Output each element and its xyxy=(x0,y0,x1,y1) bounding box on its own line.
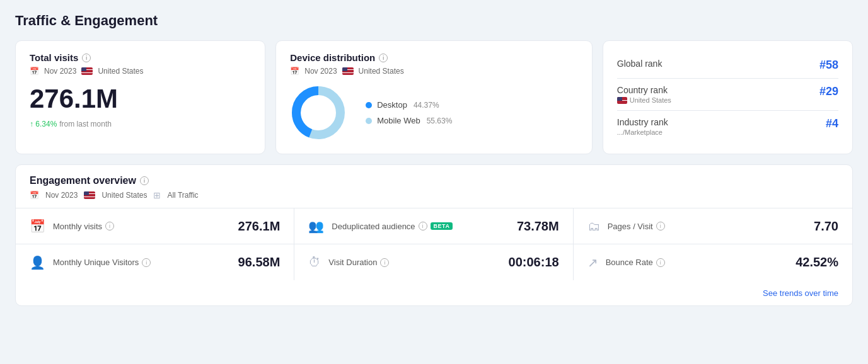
dedup-audience-label-wrap: Deduplicated audience i BETA xyxy=(332,222,509,231)
bounce-rate-label: Bounce Rate xyxy=(606,258,653,267)
pages-visit-label: Pages / Visit xyxy=(608,222,653,231)
monthly-visits-label-wrap: Monthly visits i xyxy=(53,222,231,231)
device-header: Device distribution i xyxy=(290,52,578,63)
engagement-grid: 📅 Monthly visits i 276.1M 👥 Deduplicated… xyxy=(16,208,852,280)
device-legend: Desktop 44.37% Mobile Web 55.63% xyxy=(366,100,452,125)
footer-row: See trends over time xyxy=(16,280,852,305)
pages-visit-label-wrap: Pages / Visit i xyxy=(608,222,806,231)
global-rank-value: #58 xyxy=(819,59,838,72)
visit-duration-label-wrap: Visit Duration i xyxy=(328,258,501,267)
dedup-audience-info-icon[interactable]: i xyxy=(419,222,427,230)
monthly-visits-info-icon[interactable]: i xyxy=(105,222,114,230)
engagement-header: Engagement overview i 📅 Nov 2023 United … xyxy=(16,165,852,208)
industry-rank-label: Industry rank xyxy=(617,117,668,127)
metric-cell-visit-duration: ⏱ Visit Duration i 00:06:18 xyxy=(294,244,573,280)
global-rank-label: Global rank xyxy=(617,59,663,69)
donut-chart xyxy=(290,84,347,141)
bounce-rate-icon: ↗ xyxy=(587,255,598,270)
total-visits-card: Total visits i 📅 Nov 2023 United States … xyxy=(15,40,265,154)
visit-duration-info-icon[interactable]: i xyxy=(380,258,389,267)
see-trends-link[interactable]: See trends over time xyxy=(763,288,838,298)
monthly-visits-icon: 📅 xyxy=(30,219,45,234)
device-meta: 📅 Nov 2023 United States xyxy=(290,67,578,76)
metric-cell-pages-visit: 🗂 Pages / Visit i 7.70 xyxy=(574,208,852,244)
top-cards-row: Total visits i 📅 Nov 2023 United States … xyxy=(15,40,853,154)
pages-visit-value: 7.70 xyxy=(814,219,838,234)
device-calendar-icon: 📅 xyxy=(290,67,299,76)
desktop-dot xyxy=(366,102,372,108)
total-visits-change: ↑ 6.34% from last month xyxy=(30,118,251,128)
metric-cell-monthly-visits: 📅 Monthly visits i 276.1M xyxy=(16,208,294,244)
country-rank-label-wrap: Country rank United States xyxy=(617,85,671,104)
monthly-visits-label: Monthly visits xyxy=(53,222,102,231)
change-label: from last month xyxy=(59,120,112,128)
device-country: United States xyxy=(359,67,404,76)
device-title: Device distribution xyxy=(290,52,375,63)
dedup-audience-value: 73.78M xyxy=(517,219,559,234)
bounce-rate-value: 42.52% xyxy=(796,255,838,270)
visit-duration-label: Visit Duration xyxy=(328,258,377,267)
engagement-calendar-icon: 📅 xyxy=(30,191,39,200)
total-visits-value: 276.1M xyxy=(30,84,251,113)
device-info-icon[interactable]: i xyxy=(379,54,388,62)
metric-cell-dedup-audience: 👥 Deduplicated audience i BETA 73.78M xyxy=(294,208,573,244)
pages-visit-info-icon[interactable]: i xyxy=(656,222,665,230)
desktop-label: Desktop xyxy=(377,100,407,110)
country-rank-flag xyxy=(617,97,627,104)
engagement-section: Engagement overview i 📅 Nov 2023 United … xyxy=(15,164,853,306)
svg-point-2 xyxy=(302,96,335,129)
engagement-period: Nov 2023 xyxy=(45,191,78,200)
industry-rank-value: #4 xyxy=(826,117,838,130)
us-flag-icon xyxy=(81,67,93,75)
total-visits-country: United States xyxy=(98,67,143,76)
dedup-audience-label: Deduplicated audience xyxy=(332,222,415,231)
mobile-dot xyxy=(366,118,372,124)
metric-cell-bounce-rate: ↗ Bounce Rate i 42.52% xyxy=(574,244,852,280)
industry-rank-sub: .../Marketplace xyxy=(617,128,668,136)
unique-visitors-info-icon[interactable]: i xyxy=(142,258,151,267)
monthly-visits-value: 276.1M xyxy=(238,219,281,234)
country-rank-sub: United States xyxy=(617,96,671,104)
change-positive: ↑ 6.34% xyxy=(30,120,57,128)
device-distribution-card: Device distribution i 📅 Nov 2023 United … xyxy=(275,40,593,154)
calendar-icon: 📅 xyxy=(30,67,39,76)
mobile-pct: 55.63% xyxy=(427,117,453,125)
page-container: Traffic & Engagement Total visits i 📅 No… xyxy=(0,0,868,364)
device-flag-icon xyxy=(342,67,354,75)
device-period: Nov 2023 xyxy=(304,67,337,76)
desktop-legend-item: Desktop 44.37% xyxy=(366,100,452,110)
device-content: Desktop 44.37% Mobile Web 55.63% xyxy=(290,84,578,141)
total-visits-meta: 📅 Nov 2023 United States xyxy=(30,67,251,76)
unique-visitors-label: Monthly Unique Visitors xyxy=(53,258,139,267)
global-rank-row: Global rank #58 xyxy=(617,52,838,79)
total-visits-info-icon[interactable]: i xyxy=(82,54,91,62)
unique-visitors-icon: 👤 xyxy=(30,255,45,270)
pages-visit-icon: 🗂 xyxy=(587,219,600,234)
country-rank-row: Country rank United States #29 xyxy=(617,79,838,111)
dedup-audience-icon: 👥 xyxy=(308,219,324,234)
bounce-rate-label-wrap: Bounce Rate i xyxy=(606,258,789,267)
country-rank-value: #29 xyxy=(819,85,838,98)
ranks-card: Global rank #58 Country rank United Stat… xyxy=(603,40,853,154)
total-visits-title: Total visits xyxy=(30,52,78,63)
mobile-legend-item: Mobile Web 55.63% xyxy=(366,116,452,125)
desktop-pct: 44.37% xyxy=(414,101,439,110)
metric-cell-unique-visitors: 👤 Monthly Unique Visitors i 96.58M xyxy=(16,244,294,280)
bounce-rate-info-icon[interactable]: i xyxy=(656,258,665,267)
total-visits-header: Total visits i xyxy=(30,52,251,63)
traffic-filter-label: All Traffic xyxy=(167,191,198,200)
visit-duration-icon: ⏱ xyxy=(308,255,321,270)
total-visits-period: Nov 2023 xyxy=(44,67,76,76)
global-rank-label-wrap: Global rank xyxy=(617,59,663,69)
engagement-info-icon[interactable]: i xyxy=(140,176,149,185)
industry-rank-label-wrap: Industry rank .../Marketplace xyxy=(617,117,668,136)
visit-duration-value: 00:06:18 xyxy=(509,255,559,270)
page-title: Traffic & Engagement xyxy=(15,13,853,29)
engagement-country: United States xyxy=(101,191,147,200)
mobile-label: Mobile Web xyxy=(377,116,420,125)
country-rank-label: Country rank xyxy=(617,85,671,95)
unique-visitors-label-wrap: Monthly Unique Visitors i xyxy=(53,258,231,267)
engagement-flag-icon xyxy=(84,191,95,199)
traffic-filter-icon: ⊞ xyxy=(153,190,161,200)
industry-rank-row: Industry rank .../Marketplace #4 xyxy=(617,111,838,142)
